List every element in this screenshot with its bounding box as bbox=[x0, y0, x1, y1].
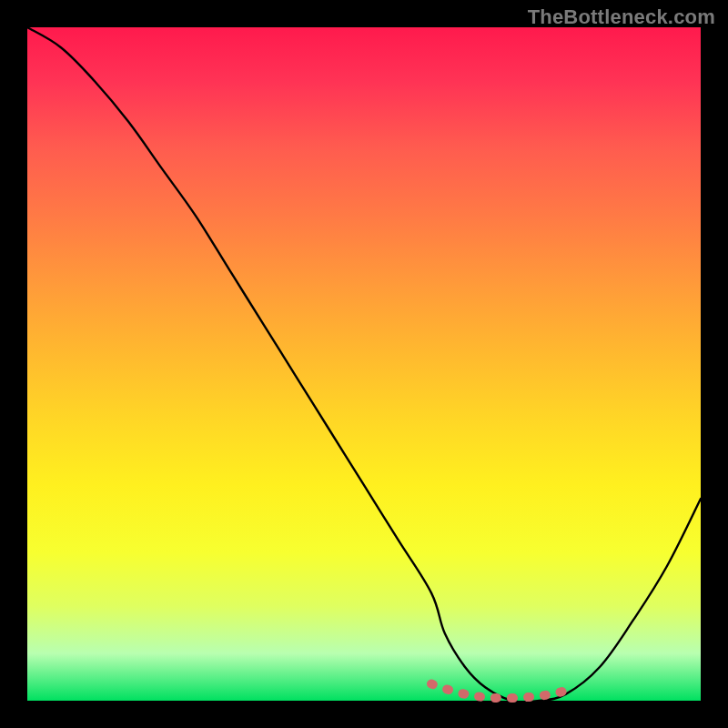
chart-svg bbox=[27, 27, 701, 701]
watermark-label: TheBottleneck.com bbox=[528, 5, 715, 29]
plot-area bbox=[27, 27, 701, 701]
chart-container: TheBottleneck.com bbox=[0, 0, 728, 728]
bottleneck-curve-line bbox=[27, 27, 701, 703]
optimal-range-marker-line bbox=[431, 684, 566, 699]
